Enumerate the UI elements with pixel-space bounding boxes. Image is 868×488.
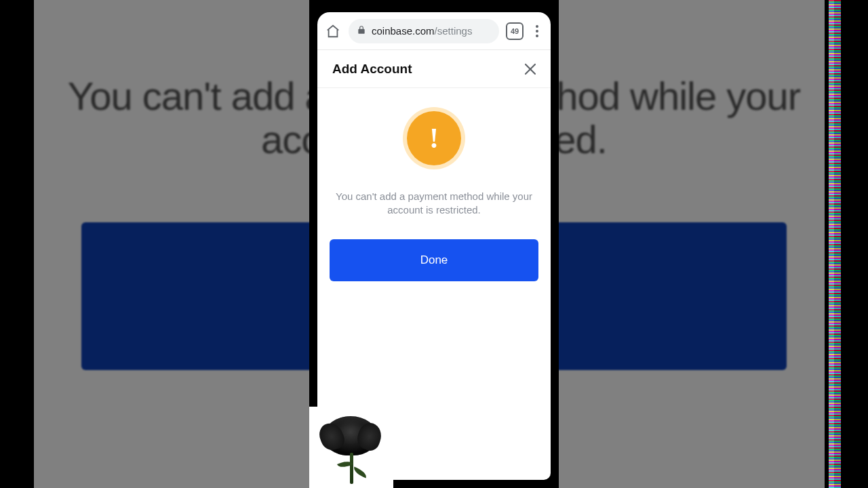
address-bar[interactable]: coinbase.com/settings	[349, 19, 499, 43]
lock-icon	[357, 25, 366, 37]
url-host: coinbase.com	[372, 25, 435, 37]
warning-badge: !	[403, 107, 465, 169]
modal-header: Add Account	[317, 50, 551, 88]
video-artifact-gap	[825, 0, 829, 488]
gesture-handle	[548, 60, 551, 155]
done-button-label: Done	[420, 253, 448, 266]
modal-message: You can't add a payment method while you…	[330, 190, 538, 218]
done-button[interactable]: Done	[330, 239, 538, 281]
close-icon[interactable]	[522, 61, 538, 77]
url-path: /settings	[435, 25, 473, 37]
video-artifact-stripe	[829, 0, 841, 488]
warning-icon: !	[407, 111, 461, 165]
home-icon[interactable]	[324, 22, 342, 40]
overflow-menu-icon[interactable]	[530, 25, 544, 37]
tab-count-value: 49	[511, 27, 519, 35]
rose-icon	[317, 413, 385, 481]
browser-toolbar: coinbase.com/settings 49	[317, 12, 551, 50]
video-right-bar	[841, 0, 868, 488]
tab-switcher-button[interactable]: 49	[506, 22, 524, 40]
avatar-overlay	[309, 407, 393, 488]
modal-title: Add Account	[332, 62, 412, 77]
